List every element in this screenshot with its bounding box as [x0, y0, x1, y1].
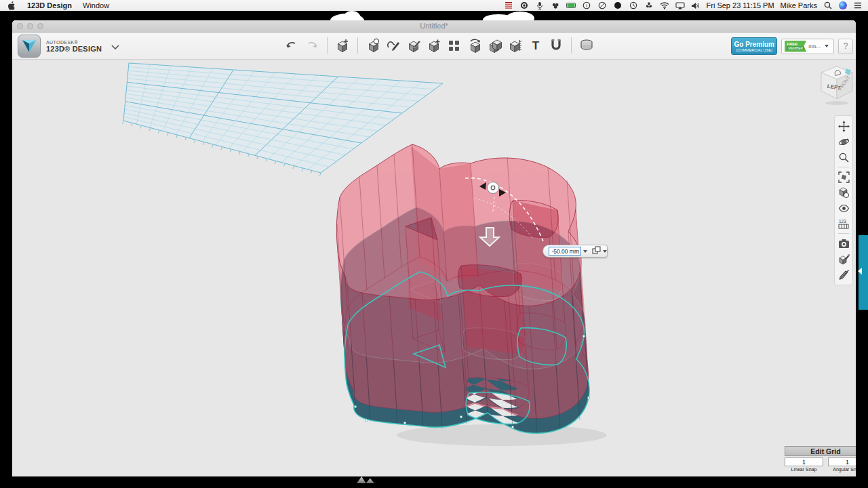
toolbar-separator	[571, 37, 572, 54]
angular-snap-input[interactable]	[828, 458, 856, 466]
palette-separator	[838, 167, 849, 167]
annotations-icon[interactable]: 123	[836, 217, 851, 230]
siri-icon[interactable]	[839, 1, 847, 9]
rotate-handle[interactable]	[488, 182, 499, 194]
undo-button[interactable]	[283, 36, 300, 55]
app-menu-chevron-icon[interactable]	[111, 40, 119, 52]
menubar-clock[interactable]: Fri Sep 23 11:15 PM	[707, 1, 774, 9]
airplay-icon[interactable]	[675, 1, 685, 10]
view-mode-icon[interactable]	[836, 186, 851, 199]
grid-settings-panel: Edit Grid Linear Snap Angular Snap	[785, 446, 856, 472]
app-brand: AUTODESK® 123D® DESIGN	[18, 35, 119, 58]
app-dark-icon[interactable]	[551, 1, 560, 10]
orbit-icon[interactable]	[836, 135, 851, 148]
angular-snap-label: Angular Snap	[828, 467, 856, 472]
fan-icon[interactable]	[644, 1, 654, 10]
account-name: mb...	[808, 43, 821, 49]
palette-separator	[838, 233, 849, 234]
menu-window[interactable]: Window	[83, 1, 109, 9]
strip-marker-icon	[858, 268, 862, 274]
zoom-fit-icon[interactable]	[836, 170, 851, 184]
measure-tool-button[interactable]	[507, 36, 524, 55]
extrude-options-icon[interactable]	[592, 245, 601, 258]
dot-icon[interactable]	[613, 1, 623, 10]
account-menu[interactable]: FREE MEMBER mb...	[781, 39, 834, 54]
extrude-value-input[interactable]	[549, 247, 581, 256]
viewport-canvas[interactable]	[12, 60, 856, 476]
sketch-tool-button[interactable]	[385, 36, 401, 55]
go-premium-sublabel: (COMMERCIAL USE)	[736, 48, 772, 52]
primitives-tool-button[interactable]	[365, 36, 381, 55]
model-shadow	[397, 424, 607, 446]
options-dropdown-icon[interactable]	[603, 250, 607, 253]
toolbar-separator	[357, 37, 358, 54]
letterbox-top	[0, 11, 868, 20]
pan-icon[interactable]	[836, 119, 851, 133]
apple-menu-icon[interactable]	[7, 1, 16, 10]
main-toolbar: AUTODESK® 123D® DESIGN	[12, 33, 856, 60]
grouping-tool-button[interactable]	[467, 36, 483, 55]
time-machine-icon[interactable]	[629, 1, 638, 10]
modify-tool-button[interactable]	[426, 36, 442, 55]
notification-center-icon[interactable]	[853, 1, 863, 10]
redo-button[interactable]	[304, 36, 320, 55]
window-title: Untitled*	[12, 22, 856, 30]
info-circle-icon[interactable]: i	[582, 1, 591, 10]
letterbox-bottom	[0, 476, 868, 488]
spotlight-search-icon[interactable]	[823, 1, 833, 10]
linear-snap-input[interactable]	[785, 458, 823, 466]
edit-grid-button[interactable]: Edit Grid	[785, 446, 856, 456]
help-button[interactable]: ?	[838, 39, 853, 54]
toolbar-separator	[327, 37, 328, 54]
material-palette-icon[interactable]	[836, 252, 851, 266]
app-brand-text: AUTODESK® 123D® DESIGN	[46, 40, 102, 53]
battery-icon[interactable]	[566, 1, 576, 10]
pattern-tool-button[interactable]	[446, 36, 462, 55]
text-tool-button[interactable]: T	[528, 36, 544, 55]
app-window: Untitled* AUTODESK® 123D® DESIGN	[12, 20, 856, 476]
svg-text:T: T	[532, 39, 540, 52]
svg-text:123: 123	[839, 219, 846, 224]
wifi-icon[interactable]	[660, 1, 669, 10]
zoom-icon[interactable]	[836, 150, 851, 164]
badge-member-label: MEMBER	[787, 46, 804, 50]
hide-sketches-icon[interactable]	[836, 268, 851, 281]
macos-menubar: 123D Design Window i Fri Sep 23 11:15 PM…	[0, 0, 868, 11]
svg-text:i: i	[586, 3, 587, 8]
volume-icon[interactable]	[691, 1, 701, 10]
go-premium-button[interactable]: Go Premium (COMMERCIAL USE)	[731, 37, 777, 55]
linear-snap-label: Linear Snap	[785, 467, 823, 472]
transform-tool-button[interactable]	[334, 36, 351, 55]
microphone-icon[interactable]	[535, 1, 545, 10]
premium-cluster: Go Premium (COMMERCIAL USE) FREE MEMBER …	[731, 37, 853, 55]
free-member-badge: FREE MEMBER	[785, 41, 806, 52]
viewcube[interactable]: LEFT FRONT	[816, 62, 856, 111]
snap-tool-button[interactable]	[548, 36, 564, 55]
disk-icon[interactable]	[597, 1, 607, 10]
material-tool-button[interactable]	[578, 36, 595, 55]
navigation-palette: 123	[834, 115, 853, 285]
window-titlebar[interactable]: Untitled*	[12, 20, 856, 33]
toolbar-icons: T	[283, 36, 595, 55]
value-dropdown-icon[interactable]	[583, 250, 587, 253]
brand-line1: AUTODESK®	[46, 40, 102, 45]
screen-recorder-icon[interactable]	[504, 1, 513, 10]
app-circle-icon[interactable]	[519, 1, 529, 10]
construct-tool-button[interactable]	[406, 36, 422, 55]
brand-line2: 123D® DESIGN	[46, 45, 102, 53]
account-chevron-icon	[825, 45, 829, 47]
menu-app-name[interactable]: 123D Design	[27, 1, 72, 9]
extrude-value-pill	[542, 245, 608, 258]
screenshot-icon[interactable]	[836, 237, 851, 250]
extruded-model[interactable]	[336, 144, 589, 434]
video-watermark	[357, 476, 381, 483]
go-premium-label: Go Premium	[734, 41, 774, 48]
combine-tool-button[interactable]	[487, 36, 503, 55]
app-logo-icon	[18, 35, 41, 58]
visibility-icon[interactable]	[836, 201, 851, 215]
video-edge-strip	[859, 235, 868, 310]
menubar-user[interactable]: Mike Parks	[781, 1, 817, 9]
